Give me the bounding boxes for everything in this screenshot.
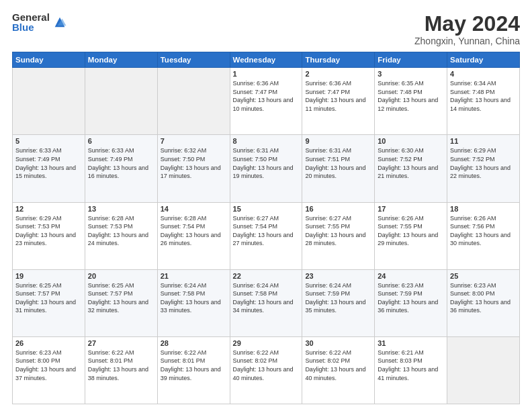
week-row-4: 26Sunrise: 6:23 AM Sunset: 8:00 PM Dayli…: [13, 336, 520, 404]
calendar-cell: 11Sunrise: 6:29 AM Sunset: 7:52 PM Dayli…: [447, 135, 520, 202]
calendar-cell: 26Sunrise: 6:23 AM Sunset: 8:00 PM Dayli…: [13, 336, 85, 404]
day-number: 13: [88, 205, 154, 213]
calendar-cell: 25Sunrise: 6:23 AM Sunset: 8:00 PM Dayli…: [447, 269, 520, 336]
day-info: Sunrise: 6:27 AM Sunset: 7:54 PM Dayligh…: [233, 214, 300, 248]
day-number: 19: [15, 272, 82, 280]
day-number: 10: [378, 137, 444, 145]
day-number: 22: [233, 272, 300, 280]
day-number: 8: [233, 137, 300, 145]
week-row-2: 12Sunrise: 6:29 AM Sunset: 7:53 PM Dayli…: [13, 202, 520, 269]
day-info: Sunrise: 6:22 AM Sunset: 8:01 PM Dayligh…: [88, 349, 154, 382]
day-info: Sunrise: 6:30 AM Sunset: 7:52 PM Dayligh…: [378, 146, 444, 180]
day-number: 24: [378, 272, 444, 280]
day-info: Sunrise: 6:25 AM Sunset: 7:57 PM Dayligh…: [15, 281, 82, 315]
day-number: 28: [161, 339, 227, 347]
day-info: Sunrise: 6:36 AM Sunset: 7:47 PM Dayligh…: [305, 79, 371, 113]
day-info: Sunrise: 6:22 AM Sunset: 8:01 PM Dayligh…: [161, 349, 227, 382]
calendar-cell: 19Sunrise: 6:25 AM Sunset: 7:57 PM Dayli…: [13, 269, 85, 336]
day-header-sunday: Sunday: [13, 52, 85, 68]
day-number: 30: [305, 339, 371, 347]
day-number: 29: [233, 339, 300, 347]
day-number: 14: [161, 205, 227, 213]
day-header-monday: Monday: [85, 52, 157, 68]
day-info: Sunrise: 6:36 AM Sunset: 7:47 PM Dayligh…: [233, 79, 300, 113]
day-number: 21: [161, 272, 227, 280]
day-info: Sunrise: 6:31 AM Sunset: 7:50 PM Dayligh…: [233, 146, 300, 180]
day-info: Sunrise: 6:26 AM Sunset: 7:55 PM Dayligh…: [378, 214, 444, 248]
day-info: Sunrise: 6:23 AM Sunset: 8:00 PM Dayligh…: [15, 349, 82, 382]
day-number: 17: [378, 205, 444, 213]
day-info: Sunrise: 6:28 AM Sunset: 7:53 PM Dayligh…: [88, 214, 154, 248]
day-number: 25: [450, 272, 517, 280]
calendar-cell: 1Sunrise: 6:36 AM Sunset: 7:47 PM Daylig…: [230, 68, 302, 135]
day-info: Sunrise: 6:33 AM Sunset: 7:49 PM Dayligh…: [88, 146, 154, 180]
calendar-cell: 8Sunrise: 6:31 AM Sunset: 7:50 PM Daylig…: [230, 135, 302, 202]
day-header-wednesday: Wednesday: [230, 52, 302, 68]
day-number: 12: [15, 205, 82, 213]
month-year: May 2024: [414, 12, 520, 36]
week-row-1: 5Sunrise: 6:33 AM Sunset: 7:49 PM Daylig…: [13, 135, 520, 202]
day-number: 18: [450, 205, 517, 213]
day-info: Sunrise: 6:24 AM Sunset: 7:58 PM Dayligh…: [161, 281, 227, 315]
calendar-cell: 5Sunrise: 6:33 AM Sunset: 7:49 PM Daylig…: [13, 135, 85, 202]
day-number: 16: [305, 205, 371, 213]
calendar-cell: 20Sunrise: 6:25 AM Sunset: 7:57 PM Dayli…: [85, 269, 157, 336]
calendar-cell: 4Sunrise: 6:34 AM Sunset: 7:48 PM Daylig…: [447, 68, 520, 135]
day-number: 9: [305, 137, 371, 145]
week-row-3: 19Sunrise: 6:25 AM Sunset: 7:57 PM Dayli…: [13, 269, 520, 336]
calendar-cell: [447, 336, 520, 404]
header-row: SundayMondayTuesdayWednesdayThursdayFrid…: [13, 52, 520, 68]
day-info: Sunrise: 6:22 AM Sunset: 8:02 PM Dayligh…: [305, 349, 371, 382]
calendar-table: SundayMondayTuesdayWednesdayThursdayFrid…: [12, 52, 520, 404]
calendar-cell: 9Sunrise: 6:31 AM Sunset: 7:51 PM Daylig…: [302, 135, 375, 202]
calendar-cell: [13, 68, 85, 135]
calendar-cell: 3Sunrise: 6:35 AM Sunset: 7:48 PM Daylig…: [375, 68, 447, 135]
calendar-cell: 30Sunrise: 6:22 AM Sunset: 8:02 PM Dayli…: [302, 336, 375, 404]
header: General Blue May 2024 Zhongxin, Yunnan, …: [12, 12, 520, 46]
day-info: Sunrise: 6:23 AM Sunset: 7:59 PM Dayligh…: [378, 281, 444, 315]
day-number: 5: [15, 137, 82, 145]
logo-blue: Blue: [12, 22, 50, 32]
calendar-cell: 7Sunrise: 6:32 AM Sunset: 7:50 PM Daylig…: [157, 135, 230, 202]
page: General Blue May 2024 Zhongxin, Yunnan, …: [0, 0, 532, 411]
day-number: 26: [15, 339, 82, 347]
day-info: Sunrise: 6:31 AM Sunset: 7:51 PM Dayligh…: [305, 146, 371, 180]
day-info: Sunrise: 6:35 AM Sunset: 7:48 PM Dayligh…: [378, 79, 444, 113]
day-info: Sunrise: 6:29 AM Sunset: 7:52 PM Dayligh…: [450, 146, 517, 180]
calendar-cell: 15Sunrise: 6:27 AM Sunset: 7:54 PM Dayli…: [230, 202, 302, 269]
day-number: 2: [305, 70, 371, 78]
day-info: Sunrise: 6:34 AM Sunset: 7:48 PM Dayligh…: [450, 79, 517, 113]
location: Zhongxin, Yunnan, China: [414, 36, 520, 46]
day-info: Sunrise: 6:24 AM Sunset: 7:59 PM Dayligh…: [305, 281, 371, 315]
logo: General Blue: [12, 12, 67, 32]
calendar-cell: 21Sunrise: 6:24 AM Sunset: 7:58 PM Dayli…: [157, 269, 230, 336]
day-number: 4: [450, 70, 517, 78]
logo-general: General: [12, 12, 50, 22]
calendar-cell: 10Sunrise: 6:30 AM Sunset: 7:52 PM Dayli…: [375, 135, 447, 202]
day-number: 11: [450, 137, 517, 145]
day-info: Sunrise: 6:21 AM Sunset: 8:03 PM Dayligh…: [378, 349, 444, 382]
day-number: 20: [88, 272, 154, 280]
day-info: Sunrise: 6:32 AM Sunset: 7:50 PM Dayligh…: [161, 146, 227, 180]
day-number: 7: [161, 137, 227, 145]
calendar-cell: 16Sunrise: 6:27 AM Sunset: 7:55 PM Dayli…: [302, 202, 375, 269]
calendar-cell: 24Sunrise: 6:23 AM Sunset: 7:59 PM Dayli…: [375, 269, 447, 336]
calendar-cell: 27Sunrise: 6:22 AM Sunset: 8:01 PM Dayli…: [85, 336, 157, 404]
day-header-friday: Friday: [375, 52, 447, 68]
day-info: Sunrise: 6:33 AM Sunset: 7:49 PM Dayligh…: [15, 146, 82, 180]
day-number: 6: [88, 137, 154, 145]
calendar-cell: 31Sunrise: 6:21 AM Sunset: 8:03 PM Dayli…: [375, 336, 447, 404]
day-info: Sunrise: 6:25 AM Sunset: 7:57 PM Dayligh…: [88, 281, 154, 315]
week-row-0: 1Sunrise: 6:36 AM Sunset: 7:47 PM Daylig…: [13, 68, 520, 135]
day-header-thursday: Thursday: [302, 52, 375, 68]
calendar-cell: 18Sunrise: 6:26 AM Sunset: 7:56 PM Dayli…: [447, 202, 520, 269]
day-number: 15: [233, 205, 300, 213]
day-info: Sunrise: 6:29 AM Sunset: 7:53 PM Dayligh…: [15, 214, 82, 248]
day-number: 23: [305, 272, 371, 280]
day-number: 31: [378, 339, 444, 347]
day-number: 1: [233, 70, 300, 78]
day-info: Sunrise: 6:26 AM Sunset: 7:56 PM Dayligh…: [450, 214, 517, 248]
day-number: 3: [378, 70, 444, 78]
logo-icon: [52, 15, 67, 30]
day-info: Sunrise: 6:24 AM Sunset: 7:58 PM Dayligh…: [233, 281, 300, 315]
